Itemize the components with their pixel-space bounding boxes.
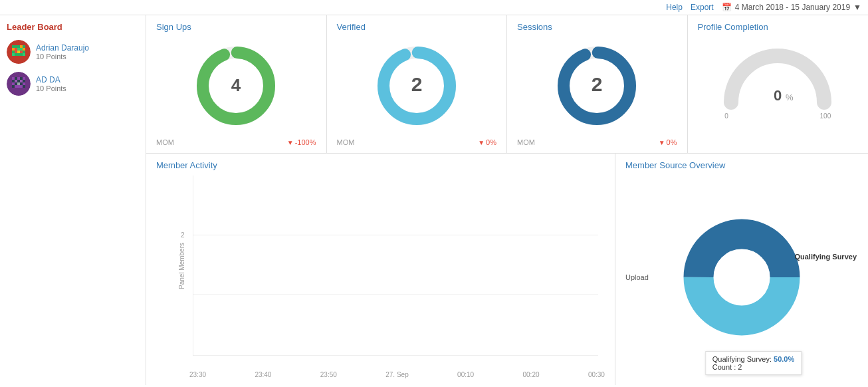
stats-row: Sign Ups 4 MOM ▼ -100%: [146, 15, 868, 154]
svg-text:2: 2: [411, 73, 422, 95]
leader-points: 10 Points: [36, 84, 66, 92]
help-link[interactable]: Help: [666, 3, 683, 12]
leader-name: AD DA: [36, 75, 66, 84]
main-grid: Leader Board: [0, 15, 868, 385]
sessions-donut: 2: [517, 39, 677, 132]
avatar: [7, 40, 31, 64]
leader-info: Adrian Daraujo 10 Points: [36, 43, 89, 61]
svg-rect-41: [23, 85, 25, 88]
svg-rect-15: [23, 51, 25, 53]
gauge-min-label: 0: [724, 112, 728, 120]
member-source-title: Member Source Overview: [625, 160, 858, 170]
source-chart-area: Upload Qualifying Survey Qualifying Surv…: [625, 176, 858, 378]
top-bar: Help Export 📅 4 March 2018 - 15 January …: [0, 0, 868, 15]
tooltip-count: Count : 2: [712, 363, 795, 371]
svg-rect-1: [12, 45, 15, 48]
svg-rect-30: [20, 80, 23, 82]
sessions-card: Sessions 2 MOM ▼ 0%: [507, 15, 688, 153]
verified-change: ▼ 0%: [478, 138, 496, 146]
sessions-change: ▼ 0%: [659, 138, 677, 146]
svg-rect-28: [15, 80, 17, 82]
svg-rect-38: [15, 85, 17, 88]
signups-title: Sign Ups: [156, 22, 191, 32]
verified-mom-label: MOM: [337, 138, 355, 146]
verified-footer: MOM ▼ 0%: [337, 138, 497, 146]
gauge-labels: 0 100: [724, 112, 831, 120]
leader-board-title: Leader Board: [7, 22, 139, 32]
svg-rect-16: [12, 53, 15, 56]
x-labels: 23:30 23:40 23:50 27. Sep 00:10 00:20 00…: [189, 371, 605, 378]
profile-completion-card: Profile Completion 0 % 0 100: [688, 15, 869, 153]
svg-rect-14: [20, 51, 23, 53]
svg-rect-40: [20, 85, 23, 88]
signups-footer: MOM ▼ -100%: [156, 138, 316, 146]
date-range-text: 4 March 2018 - 15 January 2019: [735, 3, 850, 12]
chevron-down-icon: ▼: [853, 3, 861, 12]
svg-rect-4: [20, 45, 23, 48]
svg-rect-8: [17, 48, 20, 51]
right-content: Sign Ups 4 MOM ▼ -100%: [146, 15, 868, 385]
y-axis-label: Panel Members: [178, 242, 185, 289]
verified-donut: 2: [337, 39, 497, 132]
svg-rect-22: [12, 77, 15, 80]
svg-rect-23: [15, 77, 17, 80]
svg-rect-6: [12, 48, 15, 51]
svg-rect-19: [20, 53, 23, 56]
svg-text:%: %: [786, 92, 794, 102]
leader-board: Leader Board: [0, 15, 146, 385]
svg-rect-5: [23, 45, 25, 48]
svg-rect-33: [15, 82, 17, 85]
svg-rect-27: [12, 80, 15, 82]
sessions-footer: MOM ▼ 0%: [517, 138, 677, 146]
leader-points: 10 Points: [36, 53, 89, 61]
svg-rect-2: [15, 45, 17, 48]
svg-rect-24: [17, 77, 20, 80]
svg-rect-9: [20, 48, 23, 51]
sessions-mom-label: MOM: [517, 138, 535, 146]
member-activity-title: Member Activity: [156, 160, 605, 170]
svg-rect-25: [20, 77, 23, 80]
tooltip-percent: 50.0%: [774, 355, 794, 363]
verified-card: Verified 2 MOM ▼ 0%: [327, 15, 508, 153]
arrow-down-icon: ▼: [659, 139, 665, 146]
bottom-row: Member Activity Panel Members: [146, 154, 868, 385]
member-activity-card: Member Activity Panel Members: [146, 154, 615, 385]
member-source-card: Member Source Overview Upload Qualifying…: [615, 154, 868, 385]
source-label-qualifying: Qualifying Survey: [794, 253, 857, 261]
date-range-selector[interactable]: 📅 4 March 2018 - 15 January 2019 ▼: [722, 3, 861, 12]
svg-text:2: 2: [592, 73, 603, 95]
tooltip-title: Qualifying Survey: 50.0%: [712, 355, 795, 363]
svg-rect-35: [20, 82, 23, 85]
leader-name: Adrian Daraujo: [36, 43, 89, 53]
svg-point-59: [714, 249, 770, 305]
svg-rect-32: [12, 82, 15, 85]
svg-rect-3: [17, 45, 20, 48]
svg-rect-13: [17, 51, 20, 53]
svg-rect-18: [17, 53, 20, 56]
sessions-title: Sessions: [517, 22, 552, 32]
svg-rect-20: [23, 53, 25, 56]
svg-rect-11: [12, 51, 15, 53]
svg-rect-31: [23, 80, 25, 82]
svg-rect-39: [17, 85, 20, 88]
signups-card: Sign Ups 4 MOM ▼ -100%: [146, 15, 327, 153]
svg-rect-10: [23, 48, 25, 51]
tooltip-box: Qualifying Survey: 50.0% Count : 2: [705, 351, 802, 375]
gauge-max-label: 100: [820, 112, 831, 120]
list-item: AD DA 10 Points: [7, 72, 139, 96]
leader-info: AD DA 10 Points: [36, 75, 66, 92]
y-label-2: 2: [181, 231, 185, 239]
avatar: [7, 72, 31, 96]
svg-rect-26: [23, 77, 25, 80]
arrow-down-icon: ▼: [478, 139, 485, 146]
signups-mom-label: MOM: [156, 138, 174, 146]
svg-rect-12: [15, 51, 17, 53]
svg-text:0: 0: [774, 87, 782, 104]
svg-rect-37: [12, 85, 15, 88]
svg-rect-29: [17, 80, 20, 82]
export-link[interactable]: Export: [691, 3, 714, 12]
gauge-container: 0 % 0 100: [698, 39, 859, 120]
svg-text:4: 4: [231, 75, 241, 95]
svg-rect-36: [23, 82, 25, 85]
source-label-upload: Upload: [625, 273, 649, 281]
